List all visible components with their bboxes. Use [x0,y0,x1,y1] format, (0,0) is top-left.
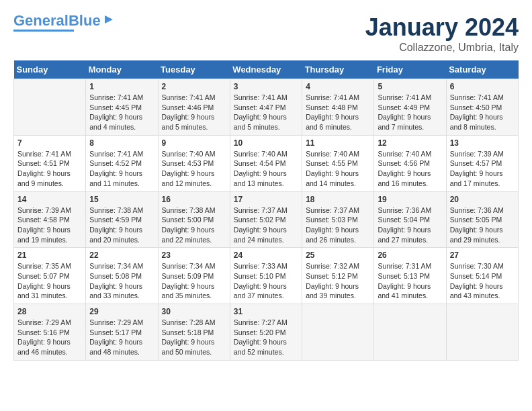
calendar-week-row: 1Sunrise: 7:41 AMSunset: 4:45 PMDaylight… [14,79,519,136]
day-info: Sunrise: 7:39 AMSunset: 4:58 PMDaylight:… [17,205,82,245]
calendar-cell: 22Sunrise: 7:34 AMSunset: 5:08 PMDayligh… [86,248,158,304]
day-info: Sunrise: 7:41 AMSunset: 4:52 PMDaylight:… [89,149,154,189]
day-info: Sunrise: 7:40 AMSunset: 4:55 PMDaylight:… [306,149,370,189]
calendar-cell: 19Sunrise: 7:36 AMSunset: 5:04 PMDayligh… [374,191,446,248]
calendar-cell: 16Sunrise: 7:38 AMSunset: 5:00 PMDayligh… [158,191,230,248]
day-info: Sunrise: 7:41 AMSunset: 4:47 PMDaylight:… [234,93,298,132]
day-number: 19 [378,195,442,204]
day-number: 31 [234,307,298,316]
calendar-cell: 29Sunrise: 7:29 AMSunset: 5:17 PMDayligh… [86,304,158,361]
calendar-cell: 11Sunrise: 7:40 AMSunset: 4:55 PMDayligh… [302,135,374,191]
day-number: 26 [378,250,442,260]
day-info: Sunrise: 7:39 AMSunset: 4:57 PMDaylight:… [450,149,515,189]
day-number: 13 [450,138,515,148]
day-info: Sunrise: 7:28 AMSunset: 5:18 PMDaylight:… [162,318,226,357]
day-number: 28 [17,307,82,316]
weekday-header-saturday: Saturday [446,60,518,79]
calendar-cell [446,304,518,361]
day-info: Sunrise: 7:34 AMSunset: 5:09 PMDaylight:… [162,261,226,301]
weekday-header-row: SundayMondayTuesdayWednesdayThursdayFrid… [14,60,519,79]
day-number: 24 [234,250,298,260]
day-info: Sunrise: 7:35 AMSunset: 5:07 PMDaylight:… [17,261,82,301]
calendar-cell: 2Sunrise: 7:41 AMSunset: 4:46 PMDaylight… [158,79,230,136]
calendar-cell: 5Sunrise: 7:41 AMSunset: 4:49 PMDaylight… [374,79,446,136]
day-info: Sunrise: 7:37 AMSunset: 5:03 PMDaylight:… [306,205,370,245]
calendar-week-row: 7Sunrise: 7:41 AMSunset: 4:51 PMDaylight… [14,135,519,191]
day-number: 25 [306,250,370,260]
day-info: Sunrise: 7:36 AMSunset: 5:05 PMDaylight:… [450,205,515,245]
day-number: 22 [89,250,154,260]
month-year-title: January 2024 [365,13,519,42]
day-number: 11 [306,138,370,148]
day-info: Sunrise: 7:33 AMSunset: 5:10 PMDaylight:… [234,261,298,301]
weekday-header-monday: Monday [86,60,158,79]
weekday-header-sunday: Sunday [14,60,86,79]
day-number: 30 [162,307,226,316]
calendar-cell: 3Sunrise: 7:41 AMSunset: 4:47 PMDaylight… [230,79,302,136]
calendar-cell: 26Sunrise: 7:31 AMSunset: 5:13 PMDayligh… [374,248,446,304]
day-info: Sunrise: 7:41 AMSunset: 4:45 PMDaylight:… [89,93,154,132]
day-number: 12 [378,138,442,148]
day-number: 9 [162,138,226,148]
calendar-week-row: 28Sunrise: 7:29 AMSunset: 5:16 PMDayligh… [14,304,519,361]
day-info: Sunrise: 7:41 AMSunset: 4:50 PMDaylight:… [450,93,515,132]
day-number: 14 [17,195,82,204]
logo-text: GeneralBlue [13,13,101,28]
day-info: Sunrise: 7:41 AMSunset: 4:48 PMDaylight:… [306,93,370,132]
calendar-cell: 14Sunrise: 7:39 AMSunset: 4:58 PMDayligh… [14,191,86,248]
day-info: Sunrise: 7:38 AMSunset: 4:59 PMDaylight:… [89,205,154,245]
weekday-header-thursday: Thursday [302,60,374,79]
location-subtitle: Collazzone, Umbria, Italy [365,42,519,54]
calendar-cell: 20Sunrise: 7:36 AMSunset: 5:05 PMDayligh… [446,191,518,248]
day-info: Sunrise: 7:40 AMSunset: 4:56 PMDaylight:… [378,149,442,189]
calendar-cell: 18Sunrise: 7:37 AMSunset: 5:03 PMDayligh… [302,191,374,248]
day-info: Sunrise: 7:30 AMSunset: 5:14 PMDaylight:… [450,261,515,301]
calendar-cell: 24Sunrise: 7:33 AMSunset: 5:10 PMDayligh… [230,248,302,304]
calendar-cell: 21Sunrise: 7:35 AMSunset: 5:07 PMDayligh… [14,248,86,304]
day-number: 3 [234,82,298,91]
day-number: 20 [450,195,515,204]
day-number: 4 [306,82,370,91]
day-number: 16 [162,195,226,204]
day-info: Sunrise: 7:29 AMSunset: 5:17 PMDaylight:… [89,318,154,357]
day-info: Sunrise: 7:41 AMSunset: 4:46 PMDaylight:… [162,93,226,132]
day-number: 2 [162,82,226,91]
logo-arrow-icon [102,13,116,26]
day-number: 8 [89,138,154,148]
svg-marker-0 [105,15,113,24]
calendar-table: SundayMondayTuesdayWednesdayThursdayFrid… [13,60,519,361]
logo: GeneralBlue [13,13,116,32]
title-block: January 2024 Collazzone, Umbria, Italy [365,13,519,54]
calendar-cell: 28Sunrise: 7:29 AMSunset: 5:16 PMDayligh… [14,304,86,361]
day-number: 29 [89,307,154,316]
day-info: Sunrise: 7:27 AMSunset: 5:20 PMDaylight:… [234,318,298,357]
day-info: Sunrise: 7:41 AMSunset: 4:49 PMDaylight:… [378,93,442,132]
day-number: 18 [306,195,370,204]
calendar-cell: 31Sunrise: 7:27 AMSunset: 5:20 PMDayligh… [230,304,302,361]
calendar-cell: 27Sunrise: 7:30 AMSunset: 5:14 PMDayligh… [446,248,518,304]
calendar-cell [14,79,86,136]
calendar-cell: 6Sunrise: 7:41 AMSunset: 4:50 PMDaylight… [446,79,518,136]
day-info: Sunrise: 7:40 AMSunset: 4:53 PMDaylight:… [162,149,226,189]
weekday-header-tuesday: Tuesday [158,60,230,79]
calendar-cell: 17Sunrise: 7:37 AMSunset: 5:02 PMDayligh… [230,191,302,248]
calendar-cell: 13Sunrise: 7:39 AMSunset: 4:57 PMDayligh… [446,135,518,191]
calendar-week-row: 14Sunrise: 7:39 AMSunset: 4:58 PMDayligh… [14,191,519,248]
calendar-cell: 4Sunrise: 7:41 AMSunset: 4:48 PMDaylight… [302,79,374,136]
day-number: 6 [450,82,515,91]
calendar-cell: 23Sunrise: 7:34 AMSunset: 5:09 PMDayligh… [158,248,230,304]
calendar-cell: 9Sunrise: 7:40 AMSunset: 4:53 PMDaylight… [158,135,230,191]
day-number: 5 [378,82,442,91]
calendar-week-row: 21Sunrise: 7:35 AMSunset: 5:07 PMDayligh… [14,248,519,304]
calendar-cell [374,304,446,361]
day-number: 7 [17,138,82,148]
day-info: Sunrise: 7:38 AMSunset: 5:00 PMDaylight:… [162,205,226,245]
calendar-cell: 25Sunrise: 7:32 AMSunset: 5:12 PMDayligh… [302,248,374,304]
day-info: Sunrise: 7:37 AMSunset: 5:02 PMDaylight:… [234,205,298,245]
calendar-cell: 30Sunrise: 7:28 AMSunset: 5:18 PMDayligh… [158,304,230,361]
day-number: 27 [450,250,515,260]
calendar-cell [302,304,374,361]
day-number: 21 [17,250,82,260]
day-number: 17 [234,195,298,204]
day-info: Sunrise: 7:29 AMSunset: 5:16 PMDaylight:… [17,318,82,357]
